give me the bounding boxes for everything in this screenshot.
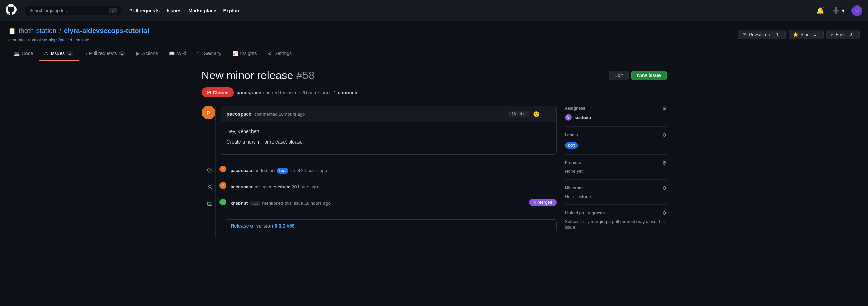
plus-button[interactable]: ➕ ▾	[831, 6, 846, 16]
repo-generated-label: generated from aicoe-aiops/project-templ…	[8, 38, 860, 42]
issue-sidebar: Assignees ⚙ S sesheta Labels ⚙ bot	[565, 106, 667, 238]
projects-gear-button[interactable]: ⚙	[662, 160, 667, 166]
issue-author-link[interactable]: pacospace	[236, 90, 261, 95]
timeline-assignee-link[interactable]: sesheta	[274, 184, 290, 189]
watch-button[interactable]: 👁 Unwatch ▾ 4	[738, 30, 786, 39]
tab-pull-requests[interactable]: ⑃ Pull requests 1	[79, 46, 131, 61]
tab-wiki[interactable]: 📖 Wiki	[163, 46, 191, 61]
timeline-mention-text: khebhut bot mentioned this issue 18 hour…	[231, 199, 525, 206]
repo-actions: 👁 Unwatch ▾ 4 ⭐ Star 1 ⑃ Fork 3	[738, 30, 860, 39]
assignee-row: S sesheta	[565, 114, 667, 121]
fork-icon: ⑃	[831, 32, 834, 37]
nav-marketplace[interactable]: Marketplace	[186, 6, 219, 15]
sidebar-milestone-header: Milestone ⚙	[565, 185, 667, 191]
tab-actions[interactable]: ▶ Actions	[131, 46, 163, 61]
top-nav: Search or jump to... / Pull requests Iss…	[0, 0, 868, 21]
comment-line2: Create a new minor release, please.	[227, 138, 551, 146]
avatar[interactable]: U	[851, 5, 862, 16]
person-icon	[204, 182, 215, 193]
comment-row: P pacospace commented 20 hours ago Membe…	[202, 106, 557, 160]
timeline-assign-text: pacospace assigned sesheta 20 hours ago	[231, 182, 557, 189]
issue-title-buttons: Edit New issue	[609, 71, 667, 80]
more-button[interactable]: ⋯	[543, 109, 551, 118]
timeline-actor-avatar: P	[219, 166, 226, 172]
milestone-title: Milestone	[565, 186, 584, 190]
tab-settings[interactable]: ⚙ Settings	[262, 46, 297, 61]
linked-prs-title: Linked pull requests	[565, 211, 605, 215]
status-badge: ⊘ Closed	[202, 87, 234, 97]
timeline-assign-event: P pacospace assigned sesheta 20 hours ag…	[202, 182, 557, 193]
sidebar-linked-prs: Linked pull requests ⚙ Successfully merg…	[565, 205, 667, 235]
sidebar-linked-prs-header: Linked pull requests ⚙	[565, 210, 667, 216]
new-issue-button[interactable]: New issue	[631, 71, 666, 80]
issue-comments-link[interactable]: 1 comment	[334, 90, 359, 95]
code-icon: 💻	[14, 51, 20, 56]
timeline-mention-actor-link[interactable]: khebhut	[231, 201, 248, 206]
pr-ref-text: Release of version 0.3.0 #59	[231, 223, 295, 229]
assignee-avatar: S	[565, 114, 572, 121]
play-icon: ▶	[136, 51, 140, 56]
merged-badge: ⑃ Merged	[529, 199, 557, 206]
repo-title-row: 📋 thoth-station / elyra-aidevsecops-tuto…	[8, 27, 860, 35]
assignees-title: Assignees	[565, 106, 586, 111]
star-button[interactable]: ⭐ Star 1	[789, 30, 824, 39]
nav-issues[interactable]: Issues	[164, 6, 184, 15]
notification-bell-button[interactable]: 🔔	[815, 6, 825, 16]
comment-header-left: pacospace commented 20 hours ago	[227, 111, 305, 117]
search-box[interactable]: Search or jump to... /	[25, 6, 121, 15]
issue-body: P pacospace commented 20 hours ago Membe…	[202, 106, 667, 238]
repo-name-link[interactable]: elyra-aidevsecops-tutorial	[64, 27, 149, 35]
sidebar-projects: Projects ⚙ None yet	[565, 155, 667, 180]
fork-button[interactable]: ⑃ Fork 3	[826, 30, 860, 39]
comment-header: pacospace commented 20 hours ago Member …	[221, 106, 556, 122]
timeline-assign-actor-link[interactable]: pacospace	[231, 184, 254, 189]
projects-title: Projects	[565, 160, 581, 165]
projects-value: None yet	[565, 169, 583, 174]
comment-author-link[interactable]: pacospace	[227, 111, 251, 117]
timeline-label-text: pacospace added the bot label 20 hours a…	[231, 166, 557, 174]
assignees-gear-button[interactable]: ⚙	[662, 106, 667, 111]
search-shortcut: /	[109, 8, 117, 13]
tab-issues[interactable]: ⚠ Issues 5	[39, 46, 78, 61]
eye-icon: 👁	[742, 32, 747, 37]
merged-icon: ⑃	[533, 200, 536, 205]
comment-line1: Hey, Kebechet!	[227, 128, 551, 135]
linked-prs-value: Successfully merging a pull request may …	[565, 219, 665, 230]
nav-explore[interactable]: Explore	[220, 6, 243, 15]
edit-button[interactable]: Edit	[609, 71, 629, 80]
repo-separator: /	[59, 27, 61, 35]
repo-template-link[interactable]: aicoe-aiops/project-template	[37, 38, 89, 42]
repo-tabs: 💻 Code ⚠ Issues 5 ⑃ Pull requests 1 ▶ Ac…	[8, 46, 860, 61]
github-logo-icon[interactable]	[6, 4, 17, 17]
nav-pull-requests[interactable]: Pull requests	[127, 6, 162, 15]
timeline-actor-link[interactable]: pacospace	[231, 168, 254, 173]
sidebar-assignees: Assignees ⚙ S sesheta	[565, 106, 667, 127]
cross-ref-icon	[204, 199, 215, 210]
issue-number: #58	[296, 69, 314, 82]
issue-status-row: ⊘ Closed pacospace opened this issue 20 …	[202, 87, 667, 97]
comment-card: pacospace commented 20 hours ago Member …	[221, 106, 557, 155]
repo-book-icon: 📋	[8, 27, 16, 35]
react-button[interactable]: 🙂	[532, 110, 540, 118]
pr-title-link[interactable]: Release of version 0.3.0	[231, 223, 286, 229]
closed-icon: ⊘	[206, 89, 211, 96]
member-badge: Member	[509, 111, 529, 117]
repo-owner-link[interactable]: thoth-station	[19, 27, 56, 35]
timeline-label-event: P pacospace added the bot label 20 hours…	[202, 166, 557, 177]
linked-prs-gear-button[interactable]: ⚙	[662, 210, 667, 216]
issue-title-row: New minor release #58 Edit New issue	[202, 69, 667, 82]
labels-gear-button[interactable]: ⚙	[662, 132, 667, 138]
milestone-gear-button[interactable]: ⚙	[662, 185, 667, 191]
pr-number-link[interactable]: #59	[287, 223, 294, 229]
pr-icon: ⑃	[84, 51, 87, 56]
issue-meta: pacospace opened this issue 20 hours ago…	[236, 90, 359, 95]
sidebar-projects-header: Projects ⚙	[565, 160, 667, 166]
tab-code[interactable]: 💻 Code	[8, 46, 39, 61]
tab-security[interactable]: 🛡 Security	[192, 46, 227, 61]
search-placeholder: Search or jump to...	[29, 8, 107, 13]
issue-icon: ⚠	[44, 51, 49, 56]
comment-body: Hey, Kebechet! Create a new minor releas…	[221, 122, 556, 154]
tab-insights[interactable]: 📈 Insights	[227, 46, 262, 61]
gear-icon: ⚙	[268, 51, 272, 56]
bot-label-badge: bot	[277, 168, 289, 174]
